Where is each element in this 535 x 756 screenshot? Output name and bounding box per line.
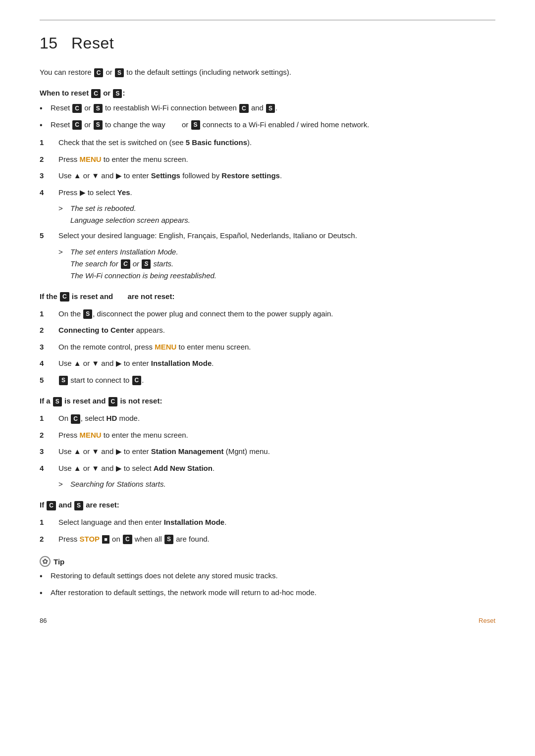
- s2-step-4: 4 Use ▲ or ▼ and ▶ to enter Installation…: [40, 357, 495, 370]
- bullet-dot-2: •: [40, 119, 51, 132]
- step-num-4: 4: [40, 186, 58, 199]
- menu-label-s3-2: MENU: [80, 431, 102, 439]
- step-2: 2 Press MENU to enter the menu screen.: [40, 153, 495, 166]
- section3-heading: If a S is reset and C is not reset:: [40, 395, 495, 407]
- section3-steps: 1 On C, select HD mode. 2 Press MENU to …: [40, 412, 495, 490]
- icon-c-s4h: C: [47, 501, 56, 510]
- icon-center-intro: C: [94, 68, 104, 78]
- step-result-1: > The set is rebooted.Language selection…: [40, 202, 495, 226]
- bullet-item-2: • Reset C or S to change the way or S co…: [40, 119, 495, 132]
- tip-icon: ✿: [40, 556, 51, 567]
- s3-step-num-1: 1: [40, 412, 58, 425]
- icon-station-when: S: [113, 89, 122, 99]
- icon-c-r2: C: [121, 259, 130, 269]
- icon-s-s2-5: S: [59, 376, 68, 385]
- s3-result: > Searching for Stations starts.: [40, 478, 495, 490]
- s2-step-num-2: 2: [40, 324, 58, 337]
- icon-stop: ■: [102, 535, 109, 544]
- s3-step-3: 3 Use ▲ or ▼ and ▶ to enter Station Mana…: [40, 445, 495, 458]
- section2-heading: If the C is reset and are not reset:: [40, 291, 495, 302]
- icon-c-s2-5: C: [132, 376, 142, 385]
- s4-step-1: 1 Select language and then enter Install…: [40, 516, 495, 529]
- footer: 86 Reset: [40, 617, 495, 624]
- icon-s-s4h: S: [74, 501, 83, 510]
- tip-bullet-2: • After restoration to default settings,…: [40, 587, 495, 600]
- menu-label-s2-3: MENU: [155, 343, 176, 351]
- tip-bullet-dot-2: •: [40, 587, 51, 600]
- tip-bullet-1: • Restoring to default settings does not…: [40, 570, 495, 583]
- step-4: 4 Press ▶ to select Yes.: [40, 186, 495, 199]
- step-num-5: 5: [40, 229, 58, 242]
- s4-step-num-2: 2: [40, 533, 58, 546]
- s2-step-num-3: 3: [40, 341, 58, 353]
- bullet-dot-1: •: [40, 102, 51, 115]
- s3-step-num-4: 4: [40, 462, 58, 475]
- top-rule: [40, 20, 495, 20]
- arrow-sym-1: >: [58, 202, 68, 214]
- icon-s-b2b: S: [191, 120, 200, 130]
- step-num-3: 3: [40, 169, 58, 182]
- footer-section-label: Reset: [479, 617, 495, 624]
- s2-step-num-5: 5: [40, 374, 58, 387]
- s2-step-3: 3 On the remote control, press MENU to e…: [40, 341, 495, 353]
- s3-step-4: 4 Use ▲ or ▼ and ▶ to select Add New Sta…: [40, 462, 495, 475]
- icon-c-s4-2: C: [123, 535, 132, 544]
- step-num-1: 1: [40, 136, 58, 149]
- s2-step-2: 2 Connecting to Center appears.: [40, 324, 495, 337]
- s2-step-num-1: 1: [40, 307, 58, 320]
- icon-s-b1: S: [94, 104, 103, 113]
- s2-step-5: 5 S start to connect to C.: [40, 374, 495, 387]
- s4-step-num-1: 1: [40, 516, 58, 529]
- arrow-sym-s3: >: [58, 478, 68, 490]
- section2-steps: 1 On the S, disconnect the power plug an…: [40, 307, 495, 387]
- s3-step-1: 1 On C, select HD mode.: [40, 412, 495, 425]
- icon-c-s3-1: C: [71, 414, 80, 424]
- tip-section: ✿ Tip • Restoring to default settings do…: [40, 556, 495, 599]
- tip-bullet-dot-1: •: [40, 570, 51, 583]
- tip-heading: ✿ Tip: [40, 556, 495, 567]
- icon-station-intro: S: [115, 68, 124, 78]
- icon-s-s3h: S: [53, 397, 62, 406]
- icon-s-s2-1: S: [83, 309, 92, 319]
- when-reset-heading: When to reset C or S:: [40, 87, 495, 99]
- icon-center-when: C: [91, 89, 101, 99]
- step-num-2: 2: [40, 153, 58, 166]
- section4-heading: If C and S are reset:: [40, 499, 495, 511]
- s4-step-2: 2 Press STOP ■ on C when all S are found…: [40, 533, 495, 546]
- stop-label: STOP: [80, 535, 100, 543]
- chapter-title: 15 Reset: [40, 34, 495, 52]
- icon-s-b2: S: [94, 120, 103, 130]
- icon-s-s4-2: S: [164, 535, 173, 544]
- s3-step-2: 2 Press MENU to enter the menu screen.: [40, 429, 495, 442]
- menu-label-2: MENU: [80, 155, 102, 163]
- icon-c-b2: C: [72, 120, 82, 130]
- step-result-2: > The set enters Installation Mode. The …: [40, 246, 495, 282]
- step-3: 3 Use ▲ or ▼ and ▶ to enter Settings fol…: [40, 169, 495, 182]
- main-steps: 1 Check that the set is switched on (see…: [40, 136, 495, 282]
- s2-step-num-4: 4: [40, 357, 58, 370]
- s2-step-1: 1 On the S, disconnect the power plug an…: [40, 307, 495, 320]
- icon-c-b1: C: [72, 104, 82, 113]
- icon-c-s2h: C: [60, 292, 69, 302]
- icon-s-b1b: S: [266, 104, 275, 113]
- intro-paragraph: You can restore C or S to the default se…: [40, 66, 495, 78]
- icon-c-s3h: C: [108, 397, 118, 406]
- footer-page-number: 86: [40, 617, 47, 624]
- step-1: 1 Check that the set is switched on (see…: [40, 136, 495, 149]
- s3-step-num-2: 2: [40, 429, 58, 442]
- icon-s-r2: S: [142, 259, 151, 269]
- arrow-sym-2: >: [58, 246, 68, 258]
- step-5: 5 Select your desired language: English,…: [40, 229, 495, 242]
- icon-c-b1b: C: [239, 104, 249, 113]
- s3-step-num-3: 3: [40, 445, 58, 458]
- bullet-item-1: • Reset C or S to reestablish Wi-Fi conn…: [40, 102, 495, 115]
- section4-steps: 1 Select language and then enter Install…: [40, 516, 495, 545]
